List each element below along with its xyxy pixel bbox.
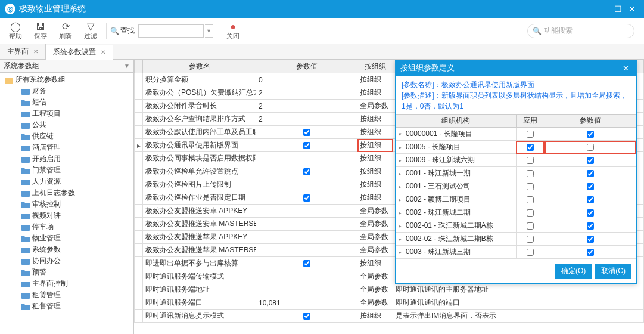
param-value[interactable] [256, 191, 357, 205]
popup-min-button[interactable]: — [608, 64, 620, 73]
chevron-down-icon[interactable]: ▼ [124, 63, 130, 69]
close-window-button[interactable]: ✕ [625, 4, 639, 14]
expand-icon[interactable]: ▸ [399, 223, 405, 229]
tree-item[interactable]: 审核控制 [0, 199, 133, 210]
org-row[interactable]: ▸00005 - 长隆项目 [396, 141, 636, 154]
max-button[interactable]: ☐ [611, 4, 625, 14]
org-app-checkbox[interactable] [527, 170, 534, 177]
param-value[interactable] [256, 244, 357, 257]
org-pv-checkbox[interactable] [587, 209, 594, 217]
org-pv-checkbox[interactable] [587, 222, 594, 230]
tree-item[interactable]: 系统参数 [0, 244, 133, 255]
org-pv-checkbox[interactable] [587, 157, 594, 164]
org-row[interactable]: ▸0003 - 珠江新城三期 [396, 246, 636, 259]
param-value[interactable]: 2 [256, 86, 357, 100]
tree-item[interactable]: 工程项目 [0, 108, 133, 119]
save-button[interactable]: 🖫保存 [29, 22, 52, 40]
org-row[interactable]: ▸0002-01 - 珠江新城二期A栋 [396, 219, 636, 233]
expand-icon[interactable]: ▸ [399, 157, 405, 163]
param-value[interactable] [256, 165, 357, 178]
org-row[interactable]: ▸00009 - 珠江新城六期 [396, 154, 636, 167]
param-value[interactable] [256, 270, 357, 283]
param-value[interactable] [256, 139, 357, 152]
expand-icon[interactable]: ▸ [399, 144, 405, 150]
org-app-checkbox[interactable] [527, 196, 534, 203]
tree-item[interactable]: 门禁管理 [0, 165, 133, 176]
org-pv-checkbox[interactable] [587, 144, 594, 151]
org-row[interactable]: ▸0002 - 颖博二期项目 [396, 193, 636, 206]
param-value[interactable] [256, 205, 357, 218]
org-row[interactable]: ▸0001 - 三石测试公司 [396, 180, 636, 193]
tree-item[interactable]: 物业管理 [0, 233, 133, 244]
org-row[interactable]: ▾00000001 - 长隆项目 [396, 128, 636, 141]
tree-item[interactable]: 租赁管理 [0, 289, 133, 301]
tree-item[interactable]: 视频对讲 [0, 210, 133, 221]
org-app-checkbox[interactable] [527, 157, 534, 164]
param-checkbox[interactable] [303, 142, 310, 149]
org-pv-checkbox[interactable] [587, 131, 594, 138]
tree-item[interactable]: 财务 [0, 85, 133, 97]
param-value[interactable]: 2 [256, 100, 357, 113]
org-pv-checkbox[interactable] [587, 249, 594, 256]
param-value[interactable] [256, 178, 357, 191]
param-value[interactable] [256, 283, 357, 296]
tree-item[interactable]: 停车场 [0, 221, 133, 233]
param-value[interactable] [256, 126, 357, 139]
popup-close-button[interactable]: ✕ [620, 64, 631, 73]
tree-item[interactable]: 协同办公 [0, 255, 133, 267]
table-row[interactable]: 即时通讯新消息提示模式按组织是表示弹出IM消息界面，否表示 [135, 310, 644, 323]
tree-item[interactable]: 短信 [0, 97, 133, 108]
param-checkbox[interactable] [303, 168, 310, 175]
expand-icon[interactable]: ▸ [399, 210, 405, 216]
tree-item[interactable]: 公共 [0, 119, 133, 131]
help-button[interactable]: ◯帮助 [4, 22, 27, 40]
popup-ok-button[interactable]: 确定(O) [555, 264, 592, 279]
org-pv-checkbox[interactable] [587, 170, 594, 177]
param-value[interactable]: 10,081 [256, 296, 357, 310]
func-search[interactable]: 🔍功能搜索 [527, 24, 634, 38]
org-app-checkbox[interactable] [527, 249, 534, 256]
param-checkbox[interactable] [303, 260, 310, 267]
tree-item[interactable]: 开始启用 [0, 153, 133, 165]
tree-item[interactable]: 供应链 [0, 131, 133, 142]
expand-icon[interactable]: ▾ [399, 131, 405, 137]
org-row[interactable]: ▸0002 - 珠江新城二期 [396, 206, 636, 219]
popup-cancel-button[interactable]: 取消(C) [595, 264, 631, 279]
tab-1[interactable]: 系统参数设置✕ [46, 45, 113, 60]
param-value[interactable] [256, 152, 357, 165]
org-app-checkbox[interactable] [527, 236, 534, 243]
param-value[interactable] [256, 257, 357, 270]
org-app-checkbox[interactable] [527, 131, 534, 138]
tree-item[interactable]: 租售管理 [0, 301, 133, 312]
tree-item[interactable]: 人力资源 [0, 176, 133, 187]
param-value[interactable] [256, 231, 357, 244]
refresh-button[interactable]: ⟳刷新 [54, 22, 77, 40]
param-checkbox[interactable] [303, 129, 310, 136]
expand-icon[interactable]: ▸ [399, 249, 405, 255]
param-checkbox[interactable] [303, 194, 310, 202]
tab-close-icon[interactable]: ✕ [101, 49, 105, 55]
table-row[interactable]: 即时通讯服务端地址全局参数即时通讯通讯的主服务器地址 [135, 283, 644, 296]
expand-icon[interactable]: ▸ [399, 171, 405, 177]
expand-icon[interactable]: ▸ [399, 197, 405, 203]
close-button[interactable]: ●关闭 [221, 22, 245, 40]
search-dropdown[interactable]: ▼ [205, 24, 213, 38]
table-row[interactable]: 即时通讯服务端口10,081全局参数即时通讯通讯的端口 [135, 296, 644, 310]
param-value[interactable] [256, 218, 357, 231]
tree-item[interactable]: 上机日志参数 [0, 187, 133, 199]
param-value[interactable]: 2 [256, 113, 357, 126]
org-pv-checkbox[interactable] [587, 236, 594, 243]
param-value[interactable] [256, 310, 357, 323]
org-app-checkbox[interactable] [527, 209, 534, 217]
org-row[interactable]: ▸0002-02 - 珠江新城二期B栋 [396, 233, 636, 246]
org-pv-checkbox[interactable] [587, 183, 594, 190]
filter-button[interactable]: ▽过滤 [79, 22, 102, 40]
tree-item[interactable]: 酒店管理 [0, 142, 133, 153]
org-row[interactable]: ▸0001 - 珠江新城一期 [396, 167, 636, 180]
org-app-checkbox[interactable] [527, 222, 534, 230]
tree-item[interactable]: 主界面控制 [0, 278, 133, 289]
org-app-checkbox[interactable] [527, 144, 534, 151]
org-app-checkbox[interactable] [527, 183, 534, 190]
expand-icon[interactable]: ▸ [399, 236, 405, 242]
tab-close-icon[interactable]: ✕ [33, 48, 38, 55]
